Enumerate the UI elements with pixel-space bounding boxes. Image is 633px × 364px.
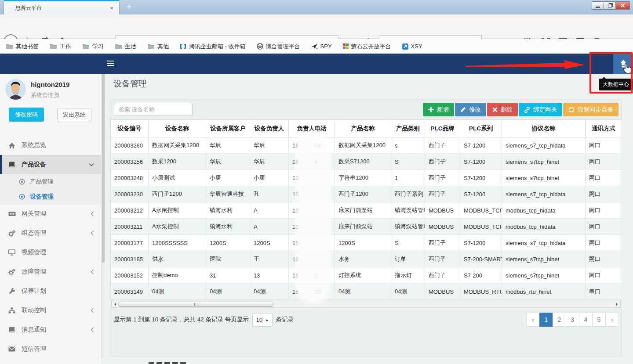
sidebar-item-video-management[interactable]: 视频管理	[0, 243, 101, 262]
folder-icon	[147, 43, 155, 49]
table-cell: 西门子系列	[391, 186, 425, 202]
table-row[interactable]: 200003211A水泵控制镇海水利A13庶来门前泵站镇海泵站管理MODBUSM…	[111, 219, 622, 235]
column-header[interactable]: 协议名称	[502, 120, 586, 137]
window-close-button[interactable]	[615, 1, 630, 10]
sidebar-item-device-management[interactable]: 设备管理	[0, 189, 101, 204]
table-cell: siemens_s7tcp_hinet	[502, 251, 586, 267]
force-sync-button[interactable]: 强制同步点表	[563, 103, 618, 116]
edit-button[interactable]: 修改	[455, 103, 486, 116]
page-size-select[interactable]: 10 ▲	[252, 313, 273, 327]
home-icon	[8, 142, 16, 149]
table-cell: 华辰	[206, 154, 250, 170]
table-cell: 200003248	[111, 170, 149, 186]
table-row[interactable]: 200003152控制demo3113153灯控系统指示灯西门子S7-200si…	[111, 267, 622, 284]
page-button-3[interactable]: 3	[566, 313, 579, 327]
next-page-button[interactable]: ›	[605, 313, 619, 327]
table-cell: 1200S	[335, 235, 391, 251]
column-header[interactable]: 产品类别	[391, 120, 425, 137]
sidebar-item-maintenance-plan[interactable]: 保养计划	[0, 281, 101, 301]
table-row[interactable]: 200003230西门子1200华辰智通科技孔15西门子1200西门子系列西门子…	[111, 186, 622, 202]
table-row[interactable]: 200003248小唐测试小唐小唐13字符串12001西门子S7-1200sie…	[111, 170, 622, 186]
table-cell: 网口	[586, 235, 622, 251]
table-cell: MODBUS	[425, 284, 460, 300]
table-cell: 200003149	[111, 284, 149, 300]
column-header[interactable]: 设备所属客户	[206, 120, 250, 137]
page-button-4[interactable]: 4	[579, 313, 593, 327]
summary-suffix: 条记录	[276, 316, 294, 324]
scroll-right-arrow[interactable]	[614, 301, 620, 307]
table-row[interactable]: 200003256数采1200华辰华辰184数采S71200S西门子S7-120…	[111, 154, 622, 170]
table-cell: 网口	[586, 267, 622, 284]
horizontal-scrollbar[interactable]	[111, 301, 621, 308]
delete-button[interactable]: 删除	[487, 103, 518, 116]
table-row[interactable]: 2000031771200SSSSSS1200S1200S151200SS西门子…	[111, 235, 622, 251]
table-row[interactable]: 20000314904测04测04测153804测04测MODBUSMODBUS…	[111, 284, 622, 300]
bookmark-item[interactable]: SPY	[311, 43, 332, 50]
table-cell: MODBUS	[425, 202, 460, 219]
column-header[interactable]: 设备编号	[111, 120, 149, 137]
add-button[interactable]: 新增	[423, 103, 454, 116]
table-cell: S7-1200	[460, 170, 502, 186]
table-cell: 04测	[391, 284, 425, 300]
table-cell: 西门子	[425, 267, 460, 284]
clipped-footer-text	[149, 361, 186, 364]
bind-gateway-button[interactable]: 绑定网关	[519, 103, 562, 116]
column-header[interactable]: PLC品牌	[425, 120, 460, 137]
table-row[interactable]: 200003260数据网关采集1200华辰华辰1804数据网关采集1200s西门…	[111, 137, 622, 154]
sidebar-scrollbar[interactable]	[101, 74, 105, 358]
column-header[interactable]: 产品名称	[335, 120, 391, 137]
window-restore-button[interactable]	[604, 1, 616, 10]
sidebar-item-sms-management[interactable]: 短信管理	[0, 339, 101, 359]
avatar[interactable]	[5, 79, 26, 100]
page-button-1[interactable]: 1	[539, 313, 553, 327]
sidebar-item-system-overview[interactable]: 系统总览	[0, 136, 101, 155]
column-header[interactable]: 设备名称	[149, 120, 206, 137]
sidebar-item-product-device[interactable]: 产品设备	[0, 155, 101, 174]
column-header[interactable]: PLC系列	[460, 120, 502, 137]
change-password-button[interactable]: 修改密码	[9, 108, 44, 122]
table-cell: A	[250, 219, 289, 235]
column-header[interactable]: 通讯方式	[586, 120, 622, 137]
sidebar-item-message-notify[interactable]: 消息通知	[0, 320, 101, 339]
table-cell: 小唐	[250, 170, 289, 186]
new-tab-button[interactable]: +	[127, 2, 131, 11]
sidebar-item-gateway-management[interactable]: 网关管理	[0, 204, 101, 223]
table-cell: modbus_tcp_hidata	[502, 219, 586, 235]
table-row[interactable]: 200003212A水闸控制镇海水利A13庶来门前泵站镇海泵站管理MODBUSM…	[111, 202, 622, 219]
device-table: 设备编号设备名称设备所属客户设备负责人负责人电话产品名称产品类别PLC品牌PLC…	[110, 119, 622, 300]
sidebar-item-clipped-item[interactable]	[0, 359, 101, 364]
scrollbar-thumb[interactable]	[118, 302, 273, 307]
bookmark-item[interactable]: 萤石云开放平台	[343, 43, 391, 50]
scroll-left-arrow[interactable]	[112, 301, 118, 307]
table-row[interactable]: 200003165供水医院王18水务订单西门子S7-200-SMARTsieme…	[111, 251, 622, 267]
bookmark-item[interactable]: 生活	[115, 43, 136, 50]
bookmark-item[interactable]: XSY	[402, 43, 422, 50]
sidebar-item-linkage-control[interactable]: 联动控制	[0, 301, 101, 320]
prev-page-button[interactable]: ‹	[526, 313, 540, 327]
sidebar: hignton2019 系统管理员 修改密码 退出系统 系统总览产品设备产品管理…	[0, 74, 101, 364]
table-cell: A水泵控制	[149, 219, 206, 235]
bookmark-item[interactable]: 学习	[82, 43, 104, 50]
table-cell: 西门子	[425, 154, 460, 170]
column-header[interactable]: 设备负责人	[250, 120, 289, 137]
bookmark-item[interactable]: 工作	[50, 43, 71, 50]
device-search-input[interactable]	[114, 103, 193, 116]
page-button-5[interactable]: 5	[592, 313, 606, 327]
sidebar-item-fault-management[interactable]: 故障管理	[0, 262, 101, 281]
sidebar-item-product-management[interactable]: 产品管理	[0, 174, 101, 189]
bookmark-item[interactable]: 其他书签	[6, 43, 39, 50]
window-minimize-button[interactable]	[592, 1, 604, 10]
bookmark-item[interactable]: 综合管理平台	[257, 43, 300, 50]
browser-tab[interactable]: 思普云平台 ×	[4, 0, 120, 14]
table-cell: 网口	[586, 154, 622, 170]
sidebar-item-config-management[interactable]: 组态管理	[0, 223, 101, 243]
tab-close-icon[interactable]: ×	[109, 5, 115, 11]
bookmark-item[interactable]: 腾讯企业邮箱 - 收件箱	[180, 43, 246, 50]
sidebar-collapse-icon[interactable]	[107, 61, 114, 67]
bookmark-item[interactable]: 其他	[147, 43, 169, 50]
submenu: 产品管理设备管理	[0, 174, 101, 204]
logout-button[interactable]: 退出系统	[57, 108, 91, 122]
globe-icon	[257, 43, 263, 50]
page-button-2[interactable]: 2	[553, 313, 566, 327]
annotation-rectangle	[589, 52, 633, 94]
